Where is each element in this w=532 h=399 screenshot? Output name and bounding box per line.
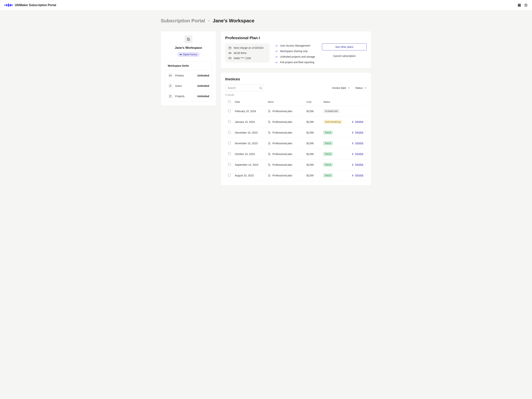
svg-point-19 [170,85,171,86]
row-checkbox[interactable] [228,131,231,133]
plan-title: Professional Plan I [225,36,367,40]
plan-feature: Unlimited projects and storage [275,55,317,58]
cell-cost: $1299 [305,149,322,159]
filter-invoice-date[interactable]: Invoice date [332,86,350,89]
svg-rect-43 [270,132,270,134]
invoice-row: December 10, 2023Professional plan$1299P… [225,127,367,138]
status-badge: Scheduled [323,109,340,113]
limit-value: Unlimited [197,84,209,87]
apps-grid-icon[interactable] [518,4,521,7]
chevron-down-icon [364,87,367,89]
invoice-link-label: Invoice [355,120,363,123]
svg-rect-7 [519,6,520,7]
cell-cost: $1299 [305,159,322,170]
cell-item: Professional plan [272,142,292,145]
status-badge: Paid [323,152,332,156]
cell-cost: $1299 [305,117,322,127]
svg-rect-0 [518,4,519,5]
limits-title: Workspace limits [165,61,212,70]
col-header-status: Status [322,98,347,106]
svg-rect-16 [169,75,171,76]
cell-item: Professional plan [272,120,292,123]
cell-item: Professional plan [272,110,292,113]
chevron-down-icon [348,87,350,89]
building-icon [268,142,271,145]
feature-text: Workspace sharing only [280,50,308,53]
workspace-limits: Workspace limits PrintersUnlimitedUsersU… [165,61,212,101]
invoices-table: Date Items Cost Status February 10, 2024… [225,98,367,181]
filter-status[interactable]: Status [355,86,367,89]
svg-rect-1 [519,4,520,5]
limit-icon [168,73,173,78]
app-header: UltiMaker Subscription Portal [0,0,532,11]
feature-text: Full project and fleet reporting [280,61,314,64]
invoice-link-label: Invoice [355,141,363,145]
feature-text: User Access Management [280,44,310,47]
cell-item: Professional plan [272,152,292,156]
cell-cost: $1299 [305,127,322,138]
cell-date: August 10, 2023 [234,170,266,181]
svg-point-10 [526,4,526,5]
limit-label: Users [175,84,195,87]
row-checkbox[interactable] [228,109,231,112]
cell-item: Professional plan [272,131,292,134]
svg-rect-63 [270,175,270,177]
invoice-link-label: Invoice [355,131,363,134]
row-checkbox[interactable] [228,120,231,123]
invoice-download-link[interactable]: Invoice [351,163,363,166]
status-badge: Paid [323,131,332,134]
calendar-icon [228,46,231,49]
workspace-card: Jane's Workspace Digital Factory Workspa… [161,31,216,106]
building-icon [184,35,192,43]
breadcrumb: Subscription Portal Jane's Workspace [161,18,371,24]
search-icon [259,86,262,89]
plan-features: User Access ManagementWorkspace sharing … [275,43,317,64]
search-input[interactable] [225,85,264,91]
invoice-download-link[interactable]: Invoice [351,141,363,145]
svg-point-27 [229,53,229,53]
invoice-download-link[interactable]: Invoice [351,152,363,155]
invoice-download-link[interactable]: Invoice [351,174,363,177]
cancel-subscription-button[interactable]: Cancel subscription [322,53,367,59]
cell-item: Professional plan [272,174,292,177]
limit-icon [168,83,173,89]
invoice-link-label: Invoice [355,152,363,155]
header-brand: UltiMaker Subscription Portal [4,4,56,7]
cell-date: December 10, 2023 [234,127,266,138]
cell-cost: $1299 [305,138,322,149]
see-other-plans-button[interactable]: See other plans [322,43,367,51]
breadcrumb-root[interactable]: Subscription Portal [161,18,205,24]
col-header-date: Date [234,98,266,106]
plan-feature: Workspace sharing only [275,50,317,53]
invoice-download-link[interactable]: Invoice [351,120,363,123]
row-checkbox[interactable] [228,142,231,144]
col-header-items: Items [266,98,305,106]
svg-rect-58 [270,165,270,166]
row-checkbox[interactable] [228,163,231,166]
cell-date: November 10, 2023 [234,138,266,149]
invoice-link-label: Invoice [355,163,363,166]
invoice-row: November 10, 2023Professional plan$1299P… [225,138,367,149]
select-all-checkbox[interactable] [228,100,231,103]
svg-rect-34 [270,111,270,112]
invoice-row: September 10, 2023Professional plan$1299… [225,159,367,170]
chevron-right-icon [208,19,210,22]
status-badge: Paid [323,173,332,177]
svg-rect-12 [189,39,190,40]
invoice-download-link[interactable]: Invoice [351,131,363,134]
row-checkbox[interactable] [228,174,231,176]
cell-date: January 10, 2024 [234,117,266,127]
building-icon [268,174,271,177]
filter-status-label: Status [355,86,363,89]
account-icon[interactable] [524,4,528,7]
results-count: 5 results [225,94,367,96]
invoice-row: August 10, 2023Professional plan$1299Pai… [225,170,367,181]
svg-rect-53 [270,154,270,155]
invoice-row: January 10, 2024Professional plan$1299Ou… [225,117,367,127]
row-checkbox[interactable] [228,152,231,155]
price-text: 45,00 €/mo [234,51,247,55]
invoices-card: Invoices Invoice date [221,72,371,185]
cell-item: Professional plan [272,163,292,166]
status-badge: Paid [323,163,332,167]
building-icon [268,131,271,134]
